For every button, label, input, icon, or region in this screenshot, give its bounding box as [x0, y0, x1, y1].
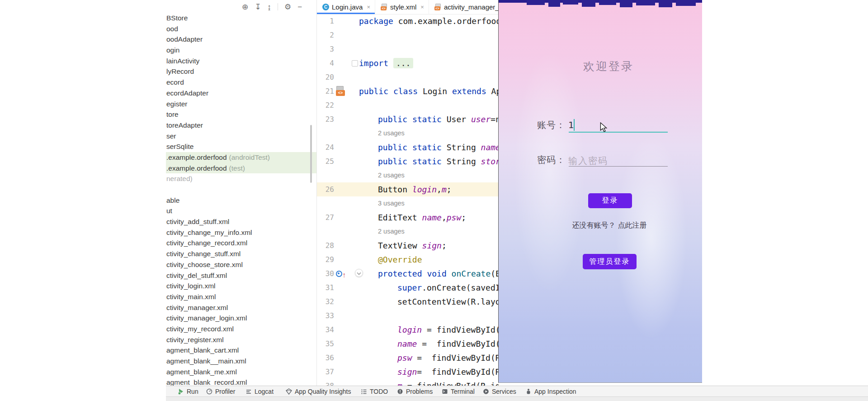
tree-item[interactable]: ctivity_del_stuff.xml	[166, 270, 317, 281]
expand-collapse-icon[interactable]: ↨	[268, 3, 272, 11]
tree-item[interactable]: ood	[166, 24, 317, 34]
code-editor[interactable]: C Login.java × <> style.xml × <> activit…	[316, 0, 499, 386]
code-line[interactable]: 25public static String store	[317, 154, 499, 168]
tree-item[interactable]: ctivity_main.xml	[166, 291, 317, 302]
close-icon[interactable]: ×	[420, 4, 424, 10]
tool-window-button-problems[interactable]: Problems	[397, 386, 433, 397]
hide-panel-icon[interactable]: −	[297, 3, 302, 11]
tree-item[interactable]: serSqlite	[166, 141, 317, 152]
tool-window-button-logcat[interactable]: Logcat	[245, 386, 274, 397]
tree-item[interactable]: ctivity_choose_store.xml	[166, 259, 317, 270]
tree-item[interactable]: ser	[166, 131, 317, 142]
code-line[interactable]: 1package com.example.orderfood;	[317, 14, 499, 28]
register-hint-link[interactable]: 还没有账号？ 点此注册	[499, 221, 702, 230]
line-number: 28	[321, 239, 334, 253]
tool-window-button-todo[interactable]: TODO	[361, 386, 388, 397]
code-line[interactable]: 30↑protected void onCreate(Bu	[317, 267, 499, 281]
tree-item[interactable]: tore	[166, 109, 317, 120]
tree-item[interactable]: ctivity_change_my_info.xml	[166, 227, 317, 238]
code-line[interactable]: 21<>public class Login extends App	[317, 84, 499, 98]
code-line[interactable]: 22	[317, 98, 499, 112]
tree-item[interactable]: toreAdapter	[166, 120, 317, 131]
code-area[interactable]: 1package com.example.orderfood;234import…	[317, 14, 499, 386]
tree-item[interactable]: able	[166, 195, 317, 206]
tree-item[interactable]: ctivity_login.xml	[166, 281, 317, 291]
tree-item[interactable]: ut	[166, 205, 317, 216]
settings-gear-icon[interactable]: ⚙	[284, 3, 291, 11]
code-line[interactable]: 3	[317, 42, 499, 56]
collapse-all-icon[interactable]: ↧	[255, 3, 261, 11]
usages-inlay-row[interactable]: 2 usages	[317, 126, 499, 140]
code-line[interactable]: 37sign= findViewById(R.	[317, 365, 499, 379]
usages-inlay[interactable]: 2 usages	[378, 168, 405, 182]
code-line[interactable]: 31super.onCreate(savedIn	[317, 281, 499, 295]
tree-scrollbar[interactable]	[310, 125, 312, 183]
tool-window-button-terminal[interactable]: Terminal	[442, 386, 475, 397]
code-line[interactable]: 26Button login,m;	[317, 182, 499, 196]
tree-item[interactable]: ctivity_my_record.xml	[166, 324, 317, 334]
locate-icon[interactable]: ⊕	[242, 3, 248, 11]
project-tree[interactable]: BStoreoodoodAdapteroginlainActivitylyRec…	[166, 13, 317, 386]
admin-login-button[interactable]: 管理员登录	[583, 254, 637, 269]
tree-item[interactable]: ecordAdapter	[166, 88, 317, 99]
code-line[interactable]: 38m = findViewById(R.id.m);	[317, 379, 499, 386]
tool-window-button-app-inspection[interactable]: App Inspection	[525, 386, 576, 397]
tool-window-button-app-quality-insights[interactable]: App Quality Insights	[286, 386, 351, 397]
usages-inlay-row[interactable]: 3 usages	[317, 196, 499, 210]
code-line[interactable]: 4import ...	[317, 56, 499, 70]
tree-item[interactable]: agment_blank_record.xml	[166, 377, 317, 386]
usages-inlay[interactable]: 3 usages	[378, 196, 405, 210]
tree-item[interactable]: ctivity_change_stuff.xml	[166, 248, 317, 259]
code-line[interactable]: 33	[317, 309, 499, 323]
tree-item[interactable]: lainActivity	[166, 56, 317, 67]
code-line[interactable]: 34login = findViewById(R	[317, 323, 499, 337]
code-line[interactable]: 27EditText name,psw;	[317, 210, 499, 224]
tree-item[interactable]: ecord	[166, 77, 317, 88]
tree-item[interactable]: ctivity_add_stuff.xml	[166, 216, 317, 227]
tree-item[interactable]: BStore	[166, 13, 317, 24]
usages-inlay-row[interactable]: 2 usages	[317, 168, 499, 182]
tab-login-java[interactable]: C Login.java ×	[317, 0, 375, 14]
tree-item[interactable]: ogin	[166, 45, 317, 56]
code-line[interactable]: 29@Override	[317, 253, 499, 267]
tree-item[interactable]: ctivity_register.xml	[166, 334, 317, 345]
tree-item[interactable]: agment_blank_me.xml	[166, 367, 317, 377]
code-line[interactable]: 32setContentView(R.layou	[317, 295, 499, 309]
layout-file-gutter-icon[interactable]: <>	[336, 86, 347, 97]
login-button[interactable]: 登录	[588, 193, 632, 208]
tool-window-button-profiler[interactable]: Profiler	[206, 386, 235, 397]
tree-item[interactable]: .example.orderfood(test)	[166, 163, 317, 174]
password-underline	[569, 166, 668, 167]
tab-activity-manager[interactable]: <> activity_manager_l	[429, 0, 499, 14]
tab-style-xml[interactable]: <> style.xml ×	[375, 0, 429, 14]
tree-item[interactable]: ctivity_manager.xml	[166, 302, 317, 313]
code-line[interactable]: 36psw = findViewById(R.	[317, 351, 499, 365]
password-input[interactable]: 输入密码	[568, 155, 608, 167]
usages-inlay-row[interactable]: 2 usages	[317, 224, 499, 239]
code-line[interactable]: 28TextView sign;	[317, 239, 499, 253]
close-icon[interactable]: ×	[367, 4, 370, 10]
tree-item[interactable]: agment_blank_cart.xml	[166, 345, 317, 356]
usages-inlay[interactable]: 2 usages	[378, 224, 405, 239]
code-line[interactable]: 35name = findViewById(	[317, 337, 499, 351]
tree-item[interactable]: oodAdapter	[166, 34, 317, 45]
override-method-gutter-icon[interactable]: ↑	[336, 269, 348, 278]
tree-item[interactable]: nerated)	[166, 173, 317, 184]
tree-item[interactable]: agment_blank__main.xml	[166, 356, 317, 367]
account-input[interactable]: 1	[568, 119, 574, 130]
tree-item[interactable]: ctivity_change_record.xml	[166, 238, 317, 248]
code-text: protected void onCreate(Bu	[378, 267, 499, 281]
code-line[interactable]: 23public static User user=ne	[317, 112, 499, 126]
tree-item[interactable]: lyRecord	[166, 66, 317, 77]
tool-window-button-run[interactable]: Run	[178, 386, 198, 397]
fold-chevron-marker[interactable]	[355, 269, 363, 277]
usages-inlay[interactable]: 2 usages	[378, 126, 405, 140]
code-line[interactable]: 2	[317, 28, 499, 42]
tool-window-button-services[interactable]: Services	[483, 386, 516, 397]
tree-item[interactable]: .example.orderfood(androidTest)	[166, 152, 317, 163]
code-line[interactable]: 20	[317, 70, 499, 84]
fold-expand-handle[interactable]	[352, 60, 358, 67]
tree-item[interactable]: egister	[166, 99, 317, 110]
code-line[interactable]: 24public static String names	[317, 140, 499, 154]
tree-item[interactable]: ctivity_manager_login.xml	[166, 313, 317, 324]
